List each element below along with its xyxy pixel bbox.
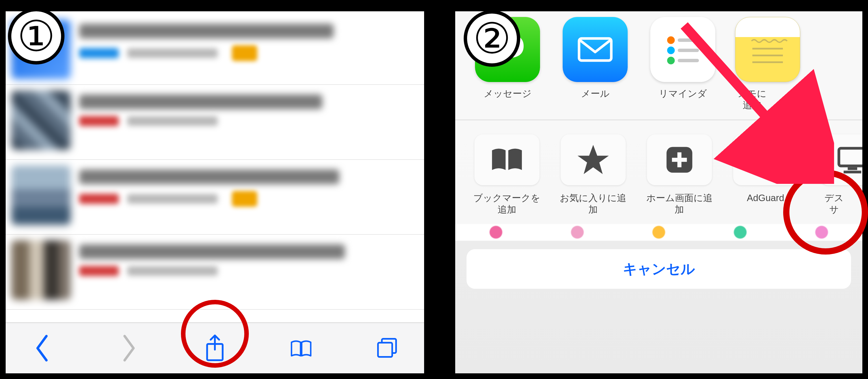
back-button[interactable] (26, 331, 59, 365)
desktop-icon (820, 134, 862, 185)
news-time-blurred (127, 116, 218, 126)
news-thumbnail (11, 166, 71, 225)
adguard-shield-icon (733, 134, 798, 185)
action-label: ホーム画面に追加 (645, 192, 714, 215)
background-peek (455, 224, 862, 241)
news-body (79, 90, 415, 126)
svg-rect-15 (672, 157, 687, 162)
svg-rect-17 (848, 167, 857, 170)
cancel-label: キャンセル (623, 260, 695, 279)
svg-rect-10 (752, 48, 783, 50)
svg-point-6 (667, 47, 675, 54)
mail-app-icon (563, 17, 628, 82)
action-label: ブックマークを追加 (472, 192, 541, 215)
share-sheet-panel: メッセージ メール リマインダ (455, 11, 862, 373)
headline-blurred (79, 169, 339, 184)
news-thumbnail (11, 240, 71, 300)
svg-rect-11 (752, 55, 783, 56)
news-source-blurred (79, 116, 119, 126)
action-add-homescreen[interactable]: ホーム画面に追加 (645, 134, 714, 215)
svg-rect-16 (839, 148, 862, 166)
action-adguard[interactable]: AdGuard (731, 134, 800, 204)
star-icon (561, 134, 626, 185)
tabs-button[interactable] (370, 331, 404, 365)
news-time-blurred (127, 48, 218, 58)
new-badge-blurred (232, 191, 257, 207)
headline-blurred (79, 24, 334, 38)
action-label: お気に入りに追加 (558, 192, 628, 215)
news-thumbnail (11, 90, 71, 150)
news-body (79, 166, 415, 207)
new-badge-blurred (232, 45, 257, 61)
forward-button (112, 331, 146, 365)
news-time-blurred (127, 194, 218, 204)
list-item[interactable] (6, 11, 424, 85)
news-body (79, 20, 415, 61)
share-icon (204, 334, 226, 362)
chevron-right-icon (117, 334, 140, 362)
news-source-blurred (79, 266, 119, 276)
svg-rect-7 (678, 49, 699, 52)
safari-toolbar (6, 322, 424, 373)
action-label: デス サ (817, 192, 851, 215)
news-body (79, 240, 415, 276)
share-label: メッセージ (472, 88, 543, 99)
news-time-blurred (127, 266, 218, 276)
action-add-favorite[interactable]: お気に入りに追加 (558, 134, 628, 215)
action-label: AdGuard (731, 192, 800, 204)
open-book-icon (290, 334, 312, 362)
chevron-left-icon (31, 334, 54, 362)
svg-point-8 (667, 57, 675, 64)
cancel-button[interactable]: キャンセル (466, 249, 851, 289)
share-label: リマインダ (648, 88, 718, 99)
tabs-icon (376, 334, 399, 362)
svg-rect-18 (844, 171, 861, 173)
reminders-app-icon (650, 17, 715, 82)
step-badge-2: ② (464, 10, 520, 67)
news-source-blurred (79, 48, 119, 58)
list-item[interactable] (6, 235, 424, 310)
svg-rect-12 (752, 61, 783, 63)
notes-app-icon (735, 17, 800, 82)
news-list (6, 11, 424, 322)
list-item[interactable] (6, 85, 424, 160)
share-button[interactable] (198, 331, 232, 365)
share-actions-row[interactable]: ブックマークを追加 お気に入りに追加 ホーム画面に追加 AdGuard デス サ (455, 120, 862, 224)
plus-square-icon (647, 134, 712, 185)
share-label: メモに追加 (735, 88, 769, 111)
share-item-notes[interactable]: メモに追加 (735, 17, 769, 111)
svg-rect-2 (378, 343, 392, 357)
headline-blurred (79, 244, 345, 259)
svg-point-4 (667, 36, 675, 44)
svg-rect-5 (678, 38, 699, 42)
svg-rect-9 (678, 59, 699, 62)
list-item[interactable] (6, 160, 424, 235)
open-book-icon (474, 134, 539, 185)
action-add-bookmark[interactable]: ブックマークを追加 (472, 134, 541, 215)
step-badge-1: ① (8, 8, 64, 64)
share-item-mail[interactable]: メール (560, 17, 630, 99)
safari-browser-panel (6, 11, 424, 373)
share-label: メール (560, 88, 630, 99)
action-desktop-partial[interactable]: デス サ (817, 134, 851, 215)
news-source-blurred (79, 194, 119, 204)
bookmarks-button[interactable] (284, 331, 318, 365)
headline-blurred (79, 94, 322, 109)
share-item-reminders[interactable]: リマインダ (648, 17, 718, 99)
